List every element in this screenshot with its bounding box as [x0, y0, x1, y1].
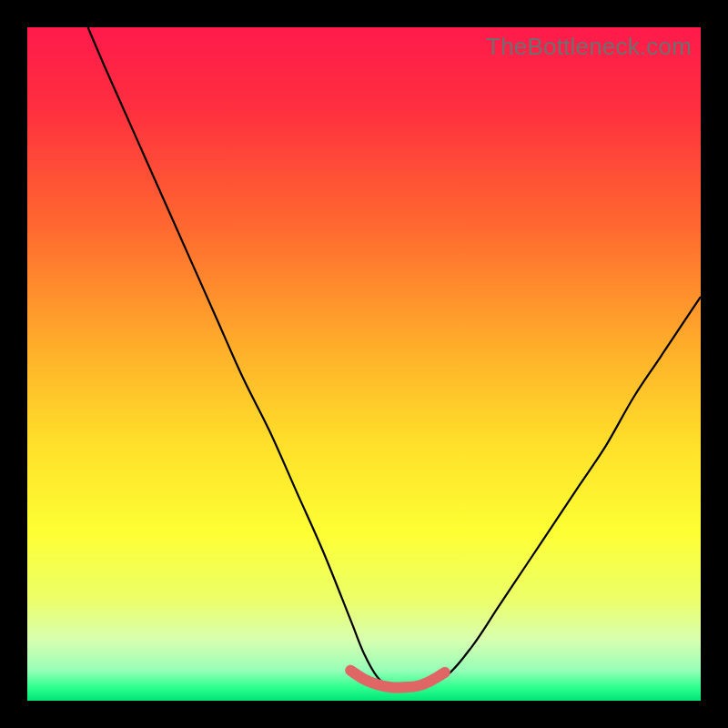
watermark-text: TheBottleneck.com — [486, 33, 692, 61]
plot-area: TheBottleneck.com — [27, 27, 701, 701]
gradient-background — [27, 27, 701, 701]
chart-canvas — [27, 27, 701, 701]
chart-frame: TheBottleneck.com — [0, 0, 728, 728]
